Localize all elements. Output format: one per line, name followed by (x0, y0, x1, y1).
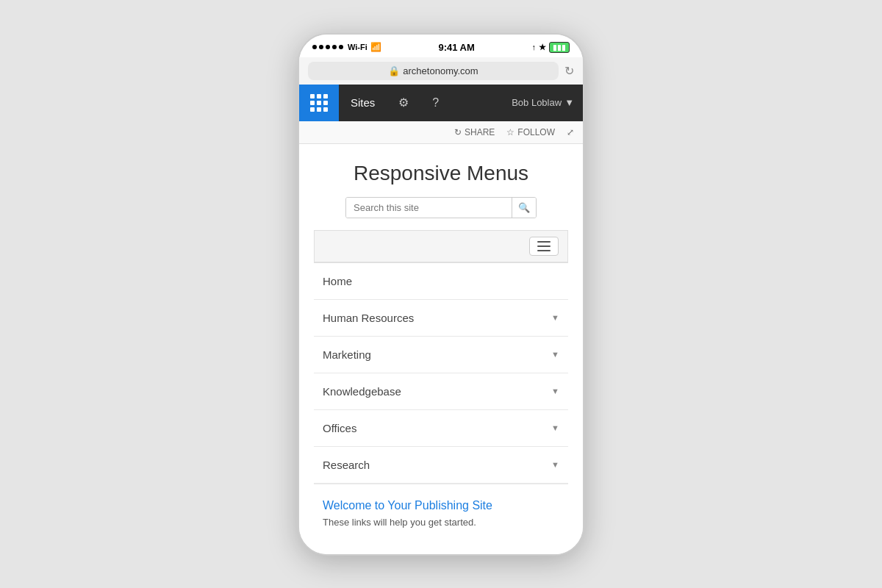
nav-sites-button[interactable]: Sites (339, 85, 387, 121)
url-text: archetonomy.com (403, 65, 478, 76)
menu-label: Human Resources (323, 312, 414, 324)
bluetooth-icon: ★ (539, 43, 546, 52)
grid-icon (310, 94, 328, 112)
wifi-label: Wi-Fi (348, 43, 368, 51)
status-right: ↑ ★ ▮▮▮ (532, 42, 570, 53)
wifi-icon: 📶 (370, 42, 381, 52)
user-chevron-icon: ▼ (564, 97, 574, 108)
chevron-down-icon: ▼ (551, 460, 559, 469)
share-label: SHARE (465, 127, 495, 137)
menu-item-marketing[interactable]: Marketing▼ (314, 337, 568, 373)
top-nav-bar: Sites ⚙ ? Bob Loblaw ▼ (299, 85, 583, 121)
page-title: Responsive Menus (314, 162, 568, 185)
menu-item-human-resources[interactable]: Human Resources▼ (314, 300, 568, 337)
menu-label: Marketing (323, 348, 371, 361)
chevron-down-icon: ▼ (551, 387, 559, 395)
status-left: Wi-Fi 📶 (312, 42, 381, 52)
menu-label: Home (323, 275, 352, 287)
welcome-section: Welcome to Your Publishing Site These li… (314, 484, 568, 539)
menu-label: Research (323, 459, 370, 471)
signal-dot-2 (319, 45, 323, 49)
url-input[interactable]: 🔒 archetonomy.com (308, 62, 559, 80)
menu-item-knowledgebase[interactable]: Knowledgebase▼ (314, 373, 568, 410)
share-button[interactable]: ↻ SHARE (454, 127, 495, 137)
menu-item-offices[interactable]: Offices▼ (314, 410, 568, 447)
time-display: 9:41 AM (438, 42, 474, 53)
signal-dot-1 (312, 45, 317, 49)
signal-dots (312, 45, 343, 49)
search-bar[interactable]: 🔍 (345, 197, 537, 218)
follow-label: FOLLOW (517, 127, 555, 137)
hamburger-line-1 (537, 241, 551, 243)
star-icon: ☆ (506, 127, 514, 137)
lock-icon: 🔒 (388, 65, 400, 76)
fullscreen-button[interactable]: ⤢ (567, 127, 574, 137)
menu-label: Offices (323, 422, 356, 434)
url-bar[interactable]: 🔒 archetonomy.com ↻ (299, 57, 583, 85)
grid-menu-button[interactable] (299, 85, 339, 121)
nav-user-menu[interactable]: Bob Loblaw ▼ (503, 85, 583, 121)
share-icon: ↻ (454, 127, 462, 137)
search-input[interactable] (346, 198, 512, 218)
welcome-title: Welcome to Your Publishing Site (323, 499, 559, 512)
chevron-down-icon: ▼ (551, 350, 559, 359)
chevron-down-icon: ▼ (551, 423, 559, 432)
nav-menu: HomeHuman Resources▼Marketing▼Knowledgeb… (314, 262, 568, 484)
page-content: Responsive Menus 🔍 HomeHuman Resources▼M… (299, 144, 583, 554)
menu-item-home[interactable]: Home (314, 263, 568, 300)
phone-frame: Wi-Fi 📶 9:41 AM ↑ ★ ▮▮▮ 🔒 archetonomy.co… (298, 33, 584, 556)
hamburger-line-3 (537, 250, 551, 251)
chevron-down-icon: ▼ (551, 313, 559, 322)
search-button[interactable]: 🔍 (512, 198, 536, 218)
signal-dot-4 (332, 45, 337, 49)
share-follow-bar: ↻ SHARE ☆ FOLLOW ⤢ (299, 121, 583, 144)
refresh-icon[interactable]: ↻ (564, 64, 574, 78)
status-bar: Wi-Fi 📶 9:41 AM ↑ ★ ▮▮▮ (299, 35, 583, 57)
follow-button[interactable]: ☆ FOLLOW (506, 127, 555, 137)
signal-dot-3 (326, 45, 330, 49)
signal-dot-5 (339, 45, 343, 49)
user-name: Bob Loblaw (512, 97, 562, 108)
hamburger-row (314, 230, 568, 262)
hamburger-menu-button[interactable] (529, 237, 559, 256)
menu-item-research[interactable]: Research▼ (314, 447, 568, 484)
battery-icon: ▮▮▮ (549, 42, 570, 53)
location-icon: ↑ (532, 43, 537, 51)
menu-label: Knowledgebase (323, 385, 401, 398)
nav-settings-button[interactable]: ⚙ (387, 85, 420, 121)
fullscreen-icon: ⤢ (567, 127, 574, 137)
welcome-text: These links will help you get started. (323, 517, 559, 528)
hamburger-line-2 (537, 245, 551, 247)
nav-help-button[interactable]: ? (420, 85, 451, 121)
